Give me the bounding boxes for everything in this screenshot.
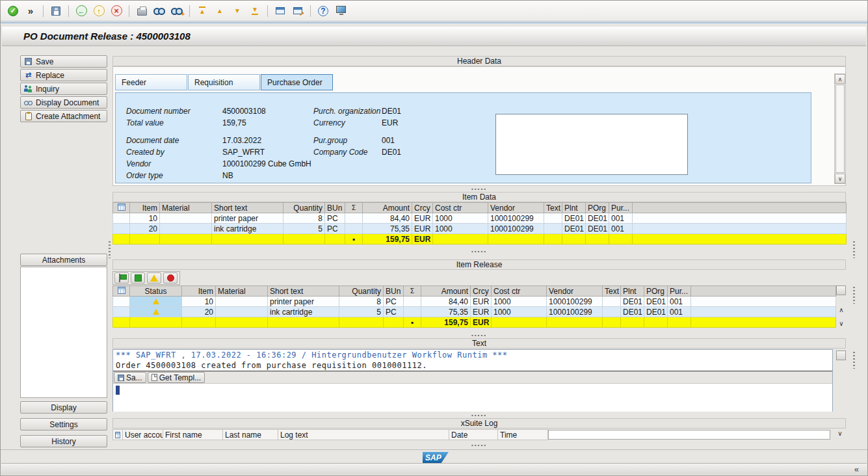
column-header[interactable]: Material [160, 203, 212, 213]
column-header[interactable]: BUn [384, 286, 404, 297]
cell[interactable]: 10 [130, 213, 160, 224]
cell[interactable]: 1000 [492, 307, 547, 317]
column-header[interactable]: POrg [644, 286, 668, 297]
new-session-button[interactable] [273, 4, 287, 18]
cell[interactable]: 001 [609, 213, 633, 224]
select-all-button[interactable] [113, 203, 130, 213]
column-header[interactable]: Vendor [547, 286, 603, 297]
column-header-sum[interactable]: Σ [404, 286, 421, 297]
section-splitter[interactable]: ••••• [112, 249, 846, 254]
text-input-area[interactable] [113, 384, 832, 412]
cell[interactable]: 84,40 [363, 213, 412, 224]
scrollbar-thumb[interactable] [835, 85, 845, 173]
cell[interactable]: EUR [412, 213, 433, 224]
cell[interactable] [544, 213, 562, 224]
section-splitter[interactable]: ••••• [112, 413, 846, 418]
cell[interactable] [216, 307, 268, 317]
scroll-up-button[interactable]: ∧ [835, 74, 845, 84]
column-header[interactable]: Material [216, 286, 268, 297]
column-header[interactable]: Status [130, 286, 182, 297]
cell[interactable]: 84,40 [421, 297, 471, 307]
cell[interactable]: 1000100299 [547, 297, 603, 307]
column-header[interactable]: Plnt [621, 286, 644, 297]
scroll-down-button[interactable]: ∨ [835, 174, 845, 183]
header-note-textarea[interactable] [495, 114, 688, 175]
first-page-button[interactable]: ▲ [195, 4, 209, 18]
cell[interactable]: ink cartridge [212, 224, 283, 234]
cell[interactable]: 1000 [433, 224, 488, 234]
section-splitter[interactable]: ••••• [112, 333, 846, 338]
pane-splitter-handle[interactable] [109, 241, 111, 258]
row-select-cell[interactable] [113, 224, 130, 234]
column-header[interactable]: POrg [586, 203, 609, 213]
cell[interactable]: 8 [339, 297, 384, 307]
cell[interactable]: DE01 [586, 213, 609, 224]
row-select-cell[interactable] [113, 297, 130, 307]
column-header[interactable]: Date [449, 429, 498, 440]
cell[interactable] [404, 307, 421, 317]
cell[interactable]: 001 [609, 224, 633, 234]
cell[interactable]: PC [325, 213, 345, 224]
cell[interactable]: 1000100299 [488, 224, 544, 234]
page-up-button[interactable]: ▲ [213, 4, 227, 18]
status-cell[interactable] [130, 297, 182, 307]
column-header[interactable]: Last name [223, 429, 278, 440]
scroll-down-button[interactable]: ∨ [837, 320, 846, 327]
cell[interactable]: PC [384, 307, 404, 317]
section-splitter[interactable]: ••••• [112, 443, 846, 448]
sidebar-inquiry-button[interactable]: Inquiry [20, 83, 107, 95]
column-header[interactable]: Time [498, 429, 548, 440]
cell[interactable]: EUR [471, 307, 492, 317]
cell[interactable]: 75,35 [363, 224, 412, 234]
cell[interactable]: DE01 [644, 297, 668, 307]
column-header[interactable]: Short text [268, 286, 339, 297]
print-button[interactable] [135, 4, 149, 18]
cell[interactable]: 8 [283, 213, 325, 224]
get-template-button[interactable]: Get Templ... [148, 372, 205, 383]
cell[interactable] [603, 297, 621, 307]
attachments-header[interactable]: Attachments [20, 254, 107, 266]
release-flag-button[interactable] [114, 272, 129, 284]
column-header[interactable]: Short text [212, 203, 283, 213]
column-header[interactable]: Pur... [609, 203, 633, 213]
cell[interactable]: 10 [182, 297, 216, 307]
text-save-button[interactable]: Sa... [114, 372, 146, 383]
page-down-button[interactable]: ▼ [230, 4, 244, 18]
cell[interactable]: DE01 [644, 307, 668, 317]
pane-splitter-handle[interactable] [853, 241, 855, 258]
sidebar-replace-button[interactable]: ⇄ Replace [20, 69, 107, 81]
table-row[interactable]: 20 ink cartridge 5 PC 75,35 EUR 1000 100… [113, 224, 847, 234]
exit-button[interactable]: ↑ [92, 4, 106, 18]
column-header[interactable]: Quantity [339, 286, 384, 297]
cell[interactable]: 1000100299 [547, 307, 603, 317]
column-header[interactable]: Plnt [562, 203, 586, 213]
settings-button[interactable]: Settings [20, 418, 107, 430]
grid-config-button[interactable] [836, 285, 846, 295]
table-row[interactable]: 10 printer paper 8 PC 84,40 EUR 1000 100… [113, 213, 847, 224]
column-header[interactable]: Item [130, 203, 160, 213]
cell[interactable] [404, 297, 421, 307]
text-editor-pane[interactable]: *** SAP_WFRT , 17.03.2022 - 16:36:29 / H… [112, 349, 833, 412]
column-header[interactable]: User account [123, 429, 163, 440]
cell[interactable]: EUR [471, 297, 492, 307]
column-header[interactable]: Text [544, 203, 562, 213]
column-header[interactable]: Cost ctr [492, 286, 547, 297]
cell[interactable]: EUR [412, 224, 433, 234]
column-header[interactable]: Amount [421, 286, 471, 297]
help-button[interactable]: ? [316, 4, 330, 18]
back-button[interactable]: ← [74, 4, 88, 18]
cell[interactable]: 001 [668, 307, 691, 317]
select-all-button[interactable] [113, 286, 130, 297]
cell[interactable]: 001 [668, 297, 691, 307]
cell[interactable]: 1000 [492, 297, 547, 307]
cell[interactable]: 75,35 [421, 307, 471, 317]
cell[interactable]: DE01 [621, 307, 644, 317]
cell[interactable]: 20 [130, 224, 160, 234]
column-header-sum[interactable]: Σ [345, 203, 363, 213]
save-button[interactable] [49, 4, 63, 18]
cell[interactable] [603, 307, 621, 317]
column-header[interactable]: Quantity [283, 203, 325, 213]
tab-requisition[interactable]: Requisition [188, 74, 260, 90]
sidebar-save-button[interactable]: Save [20, 55, 107, 68]
set-yellow-status-button[interactable] [147, 272, 161, 284]
